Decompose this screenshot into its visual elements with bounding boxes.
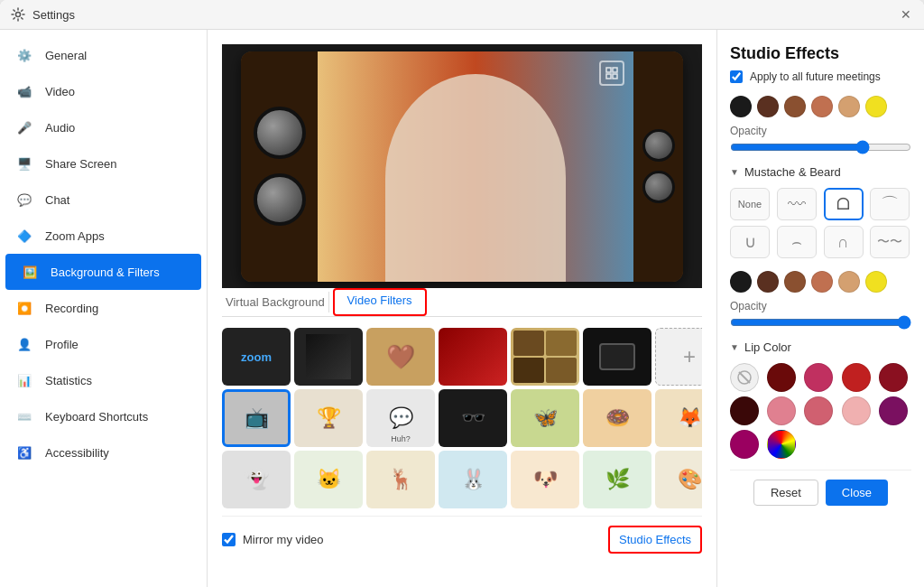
- lip-color-grid: [730, 363, 911, 459]
- filter-item[interactable]: [511, 328, 579, 386]
- beard-color-light-brown[interactable]: [811, 271, 833, 293]
- mirror-video-checkbox[interactable]: [222, 533, 236, 546]
- lip-section-header[interactable]: ▼ Lip Color: [730, 340, 911, 354]
- sidebar-item-audio[interactable]: 🎤 Audio: [0, 109, 207, 145]
- sidebar-item-accessibility[interactable]: ♿ Accessibility: [0, 434, 207, 471]
- mirror-video-text: Mirror my video: [243, 533, 324, 546]
- sidebar: ⚙️ General 📹 Video 🎤 Audio 🖥️ Share Scre…: [0, 30, 208, 587]
- close-button[interactable]: Close: [826, 480, 888, 506]
- lip-color-3[interactable]: [842, 363, 871, 392]
- mustache-option-3[interactable]: ⌒: [870, 188, 910, 220]
- sidebar-item-general[interactable]: ⚙️ General: [0, 37, 207, 73]
- mustache-option-4[interactable]: ∪: [730, 226, 770, 258]
- filter-item[interactable]: 🍩: [583, 389, 651, 447]
- lip-color-2[interactable]: [804, 363, 833, 392]
- filter-item-selected[interactable]: 📺: [222, 389, 291, 447]
- lip-color-8[interactable]: [842, 396, 871, 425]
- lip-color-5[interactable]: [730, 396, 759, 425]
- mirror-video-label[interactable]: Mirror my video: [222, 533, 324, 546]
- beard-color-black[interactable]: [730, 271, 752, 293]
- hair-color-light-brown[interactable]: [811, 96, 833, 117]
- filter-item[interactable]: zoom: [222, 328, 291, 386]
- lip-chevron-icon: ▼: [730, 342, 739, 352]
- mustache-section-header[interactable]: ▼ Mustache & Beard: [730, 165, 911, 179]
- lip-none[interactable]: [730, 363, 759, 392]
- apply-future-meetings[interactable]: Apply to all future meetings: [730, 70, 911, 83]
- beard-opacity-slider[interactable]: [730, 315, 911, 330]
- tabs-row: Virtual Background Video Filters: [222, 288, 702, 317]
- lip-color-7[interactable]: [804, 396, 833, 425]
- sidebar-item-video[interactable]: 📹 Video: [0, 73, 207, 109]
- filter-item[interactable]: 🐰: [439, 451, 507, 508]
- mustache-option-1[interactable]: 〰: [777, 188, 817, 220]
- sidebar-item-zoom-apps[interactable]: 🔷 Zoom Apps: [0, 218, 207, 254]
- filter-item[interactable]: 🎨: [655, 451, 702, 508]
- bottom-bar: Mirror my video Studio Effects: [222, 516, 702, 554]
- lip-color-4[interactable]: [879, 363, 908, 392]
- sidebar-item-recording[interactable]: ⏺️ Recording: [0, 290, 207, 326]
- svg-line-5: [739, 372, 750, 383]
- apply-label: Apply to all future meetings: [750, 70, 881, 83]
- filter-item[interactable]: 👻: [222, 451, 291, 508]
- sidebar-label-accessibility: Accessibility: [45, 446, 109, 460]
- general-icon: ⚙️: [14, 45, 34, 65]
- mustache-option-5[interactable]: ⌢: [777, 226, 817, 258]
- virtual-bg-tab-label[interactable]: Virtual Background: [222, 288, 328, 316]
- lip-color-6[interactable]: [767, 396, 796, 425]
- sidebar-item-statistics[interactable]: 📊 Statistics: [0, 362, 207, 398]
- share-screen-icon: 🖥️: [14, 154, 34, 173]
- filter-item[interactable]: 🏆: [294, 389, 363, 447]
- zoom-apps-icon: 🔷: [14, 226, 34, 246]
- sidebar-item-background-filters[interactable]: 🖼️ Background & Filters: [5, 254, 201, 290]
- filter-item[interactable]: 💬 Huh?: [366, 389, 435, 447]
- filter-item[interactable]: 🤎: [366, 328, 435, 386]
- mustache-option-7[interactable]: 〜〜: [870, 226, 910, 258]
- filter-item[interactable]: [439, 328, 507, 386]
- mustache-option-2[interactable]: ᗝ: [824, 188, 864, 220]
- filter-item[interactable]: 🐱: [294, 451, 363, 508]
- filter-item[interactable]: 🐶: [511, 451, 579, 508]
- lip-color-10[interactable]: [730, 430, 759, 459]
- sidebar-item-keyboard-shortcuts[interactable]: ⌨️ Keyboard Shortcuts: [0, 398, 207, 434]
- filter-item[interactable]: 🦊: [655, 389, 702, 447]
- mustache-option-6[interactable]: ∩: [824, 226, 864, 258]
- studio-effects-buttons: Reset Close: [730, 470, 911, 506]
- hair-color-blonde[interactable]: [838, 96, 860, 117]
- hair-color-black[interactable]: [730, 96, 752, 117]
- titlebar-title: Settings: [11, 7, 75, 22]
- sidebar-item-share-screen[interactable]: 🖥️ Share Screen: [0, 145, 207, 182]
- beard-color-yellow[interactable]: [865, 271, 887, 293]
- lip-color-rainbow[interactable]: [767, 430, 796, 459]
- lip-color-1[interactable]: [767, 363, 796, 392]
- mustache-none[interactable]: None: [730, 188, 770, 220]
- hair-color-yellow[interactable]: [865, 96, 887, 117]
- hair-opacity-slider[interactable]: [730, 140, 911, 154]
- filter-item[interactable]: [583, 328, 651, 386]
- filter-item[interactable]: 🕶️: [439, 389, 507, 447]
- filter-item[interactable]: 🌿: [583, 451, 651, 508]
- video-filters-tab[interactable]: Video Filters: [333, 288, 427, 316]
- keyboard-shortcuts-icon: ⌨️: [14, 406, 34, 426]
- apply-checkbox[interactable]: [730, 70, 743, 83]
- sidebar-item-chat[interactable]: 💬 Chat: [0, 182, 207, 218]
- sidebar-label-recording: Recording: [45, 302, 98, 315]
- filter-item[interactable]: 🦌: [366, 451, 435, 508]
- svg-rect-4: [613, 74, 617, 79]
- studio-effects-button[interactable]: Studio Effects: [608, 526, 702, 554]
- beard-color-brown[interactable]: [784, 271, 806, 293]
- filter-add-button[interactable]: +: [655, 328, 702, 386]
- settings-icon: [11, 7, 25, 22]
- svg-rect-1: [606, 68, 611, 72]
- beard-color-dark-brown[interactable]: [757, 271, 779, 293]
- hair-color-brown[interactable]: [784, 96, 806, 117]
- filter-item[interactable]: 🦋: [511, 389, 579, 447]
- window-close-button[interactable]: ✕: [899, 7, 913, 22]
- beard-color-blonde[interactable]: [838, 271, 860, 293]
- sidebar-item-profile[interactable]: 👤 Profile: [0, 326, 207, 362]
- sidebar-label-share-screen: Share Screen: [45, 157, 117, 171]
- reset-button[interactable]: Reset: [753, 480, 818, 506]
- hair-color-dark-brown[interactable]: [757, 96, 779, 117]
- filter-item[interactable]: [294, 328, 363, 386]
- mustache-grid: None 〰 ᗝ ⌒ ∪ ⌢ ∩: [730, 188, 911, 258]
- lip-color-9[interactable]: [879, 396, 908, 425]
